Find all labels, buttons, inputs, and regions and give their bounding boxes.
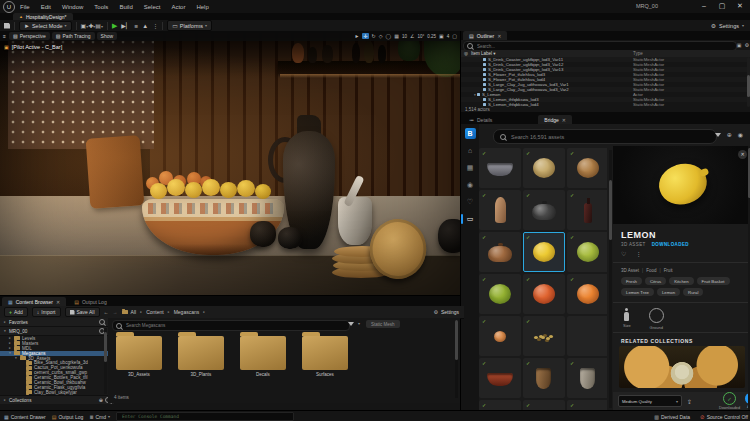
favorite-heart-icon[interactable]: ♡ xyxy=(621,250,626,257)
angle-snap-icon[interactable]: ∠ xyxy=(410,33,414,39)
close-icon[interactable]: ✕ xyxy=(562,117,566,123)
grid-scrollbar[interactable] xyxy=(609,150,612,408)
tag-kitchen[interactable]: Kitchen xyxy=(669,277,693,285)
save-icon[interactable] xyxy=(4,23,10,29)
folder-surfaces[interactable]: Surfaces xyxy=(298,332,352,377)
derived-data-button[interactable]: ▥ Derived Data xyxy=(654,414,690,420)
outliner-search-input[interactable] xyxy=(475,43,733,50)
cinematics-icon[interactable]: ▤▾ xyxy=(95,22,103,29)
item-label-column[interactable]: Item Label ▾ xyxy=(471,51,633,56)
menu-build[interactable]: Build xyxy=(119,4,132,10)
close-icon[interactable]: ✕ xyxy=(497,33,501,39)
back-button[interactable]: ← xyxy=(104,309,109,315)
menu-actor[interactable]: Actor xyxy=(171,4,185,10)
asset-red-mango[interactable]: ✓ xyxy=(523,274,565,314)
menu-help[interactable]: Help xyxy=(196,4,208,10)
filter-badge[interactable]: Static Mesh xyxy=(366,320,400,328)
asset-search[interactable] xyxy=(112,320,350,331)
crumb-content[interactable]: Content xyxy=(146,309,164,315)
asset-brown-melon[interactable]: ✓ xyxy=(567,148,607,188)
tag-lemon[interactable]: Lemon xyxy=(657,288,680,296)
tab-content-browser[interactable]: ▦ Content Browser ✕ xyxy=(2,297,66,306)
related-collection-thumbnail[interactable] xyxy=(619,346,745,388)
expand-arrow[interactable]: ▾ xyxy=(8,351,12,355)
menu-file[interactable]: File xyxy=(20,4,30,10)
platforms-dropdown[interactable]: ▭ Platforms ▾ xyxy=(167,20,212,31)
cb-settings-button[interactable]: ⚙ Settings xyxy=(433,309,459,315)
move-tool-icon[interactable]: ✛ xyxy=(362,33,368,39)
settings-dropdown[interactable]: ⚙ Settings ▾ xyxy=(711,22,744,29)
visibility-column-icon[interactable]: ◎ xyxy=(461,51,471,56)
maximize-viewport-icon[interactable]: ▢ xyxy=(452,33,457,39)
asset-lemon[interactable]: ✓ xyxy=(523,232,565,272)
camera-speed-icon[interactable]: ▣ xyxy=(439,33,444,39)
profile-icon[interactable]: ◉ xyxy=(463,180,477,190)
add-circle-icon[interactable]: ⊕ xyxy=(727,131,732,138)
expand-arrow[interactable]: ▸ xyxy=(8,336,12,340)
export-icon[interactable]: ⇪ xyxy=(687,398,692,405)
asset-dark-bottle[interactable]: ✓ xyxy=(567,190,607,230)
kebab-menu-icon[interactable]: ⋮ xyxy=(152,22,158,29)
asset-clay-lidded-pot[interactable]: ✓ xyxy=(479,232,521,272)
tab-details[interactable]: ≔ Details xyxy=(463,115,498,124)
more-options-icon[interactable]: ⋮ xyxy=(635,250,641,257)
frame-skip-button[interactable]: ▶▏ xyxy=(121,22,130,29)
select-mode-dropdown[interactable]: ► Select Mode ▾ xyxy=(19,21,72,31)
unreal-logo-icon[interactable]: U xyxy=(3,1,15,13)
breadcrumb-3d-asset[interactable]: 3D Asset xyxy=(621,268,639,273)
source-control-button[interactable]: ⊘ Source Control Off xyxy=(700,414,748,420)
downloaded-button[interactable]: ✓ Downloaded xyxy=(719,392,740,410)
view-mode-dropdown[interactable]: ▨ Path Tracing xyxy=(52,32,95,40)
menu-edit[interactable]: Edit xyxy=(41,4,51,10)
content-drawer-button[interactable]: ▦ Content Drawer xyxy=(4,414,46,420)
asset-clay-cup[interactable]: ✓ xyxy=(523,358,565,398)
tab-bridge[interactable]: Bridge ✕ xyxy=(538,115,572,124)
output-log-button[interactable]: ▤ Output Log xyxy=(52,414,83,420)
home-icon[interactable]: ⌂ xyxy=(463,146,477,156)
tree-scrollbar[interactable] xyxy=(104,328,107,394)
save-all-button[interactable]: Save All xyxy=(65,307,100,317)
scale-snap-value[interactable]: 0.25 xyxy=(427,34,436,39)
bridge-logo[interactable]: B xyxy=(465,128,476,139)
local-icon[interactable]: ▭ xyxy=(463,214,477,224)
asset-apricot[interactable]: ✓ xyxy=(479,316,521,356)
folder-decals[interactable]: Decals xyxy=(236,332,290,377)
camera-speed-value[interactable]: 4 xyxy=(447,34,450,39)
asset-terracotta-pot[interactable]: ✓ xyxy=(523,400,565,410)
asset-dark-red-bowl[interactable]: ✓ xyxy=(479,400,521,410)
close-icon[interactable]: ✕ xyxy=(56,299,60,305)
asset-orange[interactable]: ✓ xyxy=(567,274,607,314)
rotate-tool-icon[interactable]: ↻ xyxy=(372,33,376,39)
console-input[interactable] xyxy=(120,413,290,420)
viewport[interactable]: ≡ ▧ Perspective ▨ Path Tracing Show ► ✛ … xyxy=(0,31,460,295)
asset-marble-pot[interactable]: ✓ xyxy=(567,400,607,410)
expand-arrow[interactable]: ▸ xyxy=(8,341,12,345)
asset-black-lidded-pot[interactable]: ✓ xyxy=(523,190,565,230)
world-space-icon[interactable]: ◯ xyxy=(386,33,392,39)
perspective-dropdown[interactable]: ▧ Perspective xyxy=(9,32,50,40)
grid-snap-value[interactable]: 10 xyxy=(402,34,407,39)
favorites-row[interactable]: ▸ Favorites xyxy=(0,318,108,327)
tag-fresh[interactable]: Fresh xyxy=(621,277,642,285)
menu-select[interactable]: Select xyxy=(144,4,161,10)
tab-output-log[interactable]: ▤ Output Log xyxy=(68,297,112,306)
folder-3d-assets[interactable]: 3D_Assets xyxy=(112,332,166,377)
menu-tools[interactable]: Tools xyxy=(94,4,108,10)
type-column[interactable]: Type xyxy=(633,51,750,56)
filter-icon[interactable] xyxy=(348,322,354,326)
tag-fruit-basket[interactable]: Fruit Basket xyxy=(697,277,730,285)
crumb-all[interactable]: All xyxy=(131,309,137,315)
asset-stone-goblet[interactable]: ✓ xyxy=(567,358,607,398)
tag-citrus[interactable]: Citrus xyxy=(645,277,666,285)
scale-tool-icon[interactable]: ◇ xyxy=(379,33,383,39)
angle-snap-value[interactable]: 10° xyxy=(417,34,424,39)
asset-red-bowl[interactable]: ✓ xyxy=(479,358,521,398)
crumb-megascans[interactable]: Megascans xyxy=(174,309,200,315)
collections-row[interactable]: ▸ Collections ⊕ xyxy=(0,395,114,404)
asset-green-mango[interactable]: ✓ xyxy=(479,274,521,314)
add-button[interactable]: + Add xyxy=(4,307,28,317)
chevron-down-icon[interactable]: ▾ xyxy=(358,321,360,326)
minimize-button[interactable]: – xyxy=(696,0,712,13)
asset-clay-vase[interactable]: ✓ xyxy=(479,190,521,230)
search-icon[interactable] xyxy=(99,319,105,325)
